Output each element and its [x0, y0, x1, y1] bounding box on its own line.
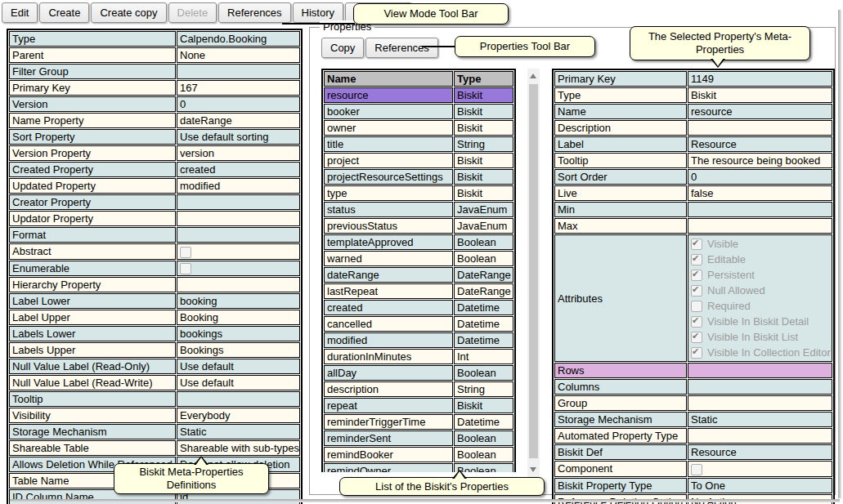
- row-label: Live: [554, 185, 687, 201]
- attribute-option: Null Allowed: [691, 283, 829, 298]
- property-name: created: [324, 300, 453, 315]
- scroll-up-icon[interactable]: [530, 74, 536, 78]
- row-value: booking: [177, 293, 300, 309]
- row-label: Storage Mechanism: [554, 412, 687, 427]
- property-list-row[interactable]: reminderSentBoolean: [324, 430, 513, 446]
- property-list-row[interactable]: repeatBiskit: [324, 398, 513, 413]
- delete-button: Delete: [168, 2, 217, 23]
- property-list-row[interactable]: projectResourceSettingsBiskit: [324, 169, 513, 185]
- properties-references-button[interactable]: References: [365, 38, 437, 58]
- row-label: Type: [9, 31, 176, 47]
- references-button[interactable]: References: [218, 2, 290, 23]
- checkbox-label: Visible In Biskit Detail: [707, 315, 809, 328]
- row-value: created: [177, 162, 300, 177]
- property-name: resource: [324, 87, 453, 103]
- checkbox-icon: [691, 464, 702, 475]
- property-list-row[interactable]: cancelledDatetime: [324, 316, 513, 332]
- create-button[interactable]: Create: [39, 2, 89, 23]
- calpendo-biskit-editor-window: Edit Create Create copy Delete Reference…: [0, 0, 843, 504]
- table-row: Max: [554, 218, 832, 234]
- property-type: Boolean: [454, 251, 513, 266]
- screenshot-shadow: [10, 499, 840, 502]
- row-value: Static: [688, 412, 832, 427]
- row-label: Version Property: [9, 145, 176, 161]
- scrollbar-thumb[interactable]: [529, 84, 538, 458]
- properties-toolbar: Copy References: [321, 38, 438, 58]
- row-value: [688, 120, 832, 136]
- checkbox-label: Required: [707, 300, 751, 312]
- row-label: Hierarchy Property: [9, 277, 176, 292]
- table-row: Automated Property Type: [554, 428, 832, 444]
- row-value: Shareable with sub-types: [177, 440, 300, 456]
- row-label: Labels Lower: [9, 326, 176, 341]
- create-copy-button[interactable]: Create copy: [91, 2, 166, 23]
- row-label: Label Lower: [9, 293, 176, 309]
- property-type: Datetime: [454, 316, 513, 332]
- table-row: LabelResource: [554, 136, 832, 152]
- property-list-row[interactable]: durationInMinutesInt: [324, 349, 513, 364]
- row-label: Max: [554, 218, 687, 234]
- property-name: description: [324, 381, 453, 397]
- property-list-row[interactable]: statusJavaEnum: [324, 202, 513, 217]
- property-type: Boolean: [454, 234, 513, 250]
- column-header-type[interactable]: Type: [454, 71, 513, 87]
- property-list-row[interactable]: modifiedDatetime: [324, 332, 513, 348]
- property-list-row[interactable]: ownerBiskit: [324, 120, 513, 136]
- property-list-row[interactable]: typeBiskit: [324, 185, 513, 201]
- property-list-row[interactable]: remindBookerBoolean: [324, 447, 513, 462]
- table-row: Version Propertyversion: [9, 145, 300, 161]
- property-list-row[interactable]: createdDatetime: [324, 300, 513, 315]
- checkbox-icon: [691, 301, 702, 312]
- column-header-name[interactable]: Name: [324, 71, 453, 87]
- property-type: Boolean: [454, 430, 513, 446]
- property-list-row[interactable]: templateApprovedBoolean: [324, 234, 513, 250]
- property-list-row[interactable]: remindOwnerBoolean: [324, 463, 513, 472]
- property-list-row[interactable]: allDayBoolean: [324, 365, 513, 381]
- row-value: dateRange: [177, 113, 300, 128]
- property-type: Biskit: [454, 153, 513, 168]
- checkbox-icon: [691, 254, 702, 265]
- property-type: Biskit: [454, 120, 513, 136]
- property-list-row[interactable]: warnedBoolean: [324, 251, 513, 266]
- property-name: project: [324, 153, 453, 168]
- table-row: Sort PropertyUse default sorting: [9, 129, 300, 145]
- attribute-option: Required: [691, 298, 829, 314]
- property-name: owner: [324, 120, 453, 136]
- callout-pointer-icon: [194, 455, 209, 464]
- property-type: Biskit: [454, 169, 513, 185]
- table-row: Livefalse: [554, 185, 832, 201]
- row-label: Primary Key: [9, 80, 176, 96]
- table-row: Sort Order0: [554, 169, 832, 185]
- attribute-option: Visible In Collection Editor: [691, 345, 829, 360]
- table-row: Version0: [9, 96, 300, 112]
- row-label: Updated Property: [9, 178, 176, 194]
- callout-biskit-meta: Biskit Meta-Properties Definitions: [114, 463, 269, 494]
- property-list-row[interactable]: lastRepeatDateRange: [324, 283, 513, 299]
- row-label: Rows: [554, 363, 687, 378]
- property-list-row[interactable]: bookerBiskit: [324, 104, 513, 119]
- checkbox-label: Persistent: [707, 269, 755, 281]
- property-list-row[interactable]: previousStatusJavaEnum: [324, 218, 513, 234]
- property-type: Datetime: [454, 332, 513, 348]
- table-row: Primary Key167: [9, 80, 300, 96]
- checkbox-icon: [691, 347, 702, 359]
- property-type: Int: [454, 349, 513, 364]
- callout-pointer-icon: [711, 60, 725, 69]
- row-label: Filter Group: [9, 64, 176, 79]
- property-list-row[interactable]: dateRangeDateRange: [324, 267, 513, 283]
- scroll-down-icon[interactable]: [530, 467, 536, 472]
- table-row: Label UpperBooking: [9, 310, 300, 325]
- row-value: [688, 379, 832, 395]
- property-list-row[interactable]: titleString: [324, 136, 513, 152]
- property-list-row[interactable]: reminderTriggerTimeDatetime: [324, 414, 513, 430]
- property-list-row[interactable]: projectBiskit: [324, 153, 513, 168]
- row-value: [688, 218, 832, 234]
- edit-button[interactable]: Edit: [2, 2, 38, 23]
- copy-button[interactable]: Copy: [321, 38, 364, 58]
- attribute-option: Visible In Biskit Detail: [691, 314, 829, 329]
- table-row: AttributesVisibleEditablePersistentNull …: [554, 234, 832, 362]
- property-list-row[interactable]: descriptionString: [324, 381, 513, 397]
- callout-view-mode-toolbar: View Mode Tool Bar: [353, 3, 509, 25]
- scrollbar[interactable]: [527, 69, 540, 477]
- property-list-row[interactable]: resourceBiskit: [324, 87, 513, 103]
